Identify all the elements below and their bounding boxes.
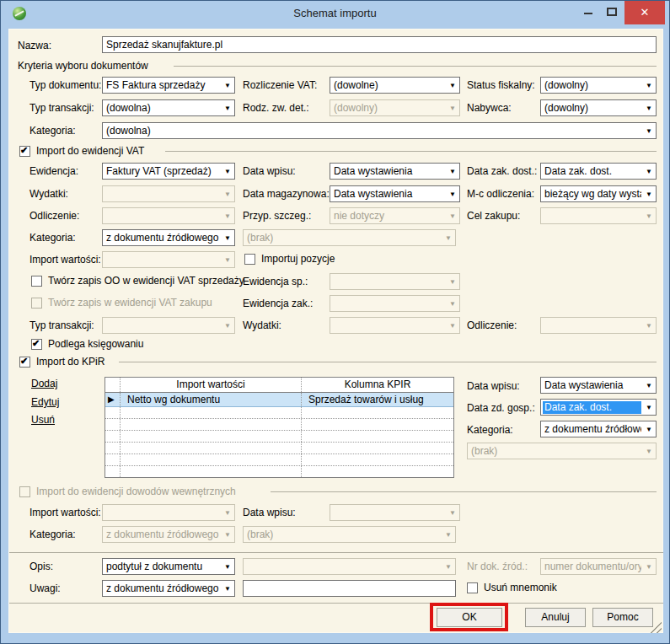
kpir-table-empty-row xyxy=(105,443,453,454)
opis-select[interactable]: podtytuł z dokumentu▼ xyxy=(102,558,235,575)
import-dowody-checkbox: Import do ewidencji dowodów wewnętrznych xyxy=(19,486,236,497)
przyp-szczeg-label: Przyp. szczeg.: xyxy=(243,210,311,222)
section-vat-line xyxy=(165,151,657,152)
uwagi-input[interactable] xyxy=(243,580,456,597)
chevron-down-icon: ▼ xyxy=(646,563,652,571)
kategoria-dw-value: z dokumentu źródłowego xyxy=(106,529,220,541)
opis-label: Opis: xyxy=(29,561,53,572)
chevron-down-icon: ▼ xyxy=(646,127,652,135)
rodz-zw-det-label: Rodz. zw. det.: xyxy=(243,102,309,114)
nazwa-input[interactable]: Sprzedaż skanujfakture.pl xyxy=(102,36,657,53)
opis-value: podtytuł z dokumentu xyxy=(106,561,220,573)
uwagi-select[interactable]: z dokumentu źródłowego▼ xyxy=(102,580,235,597)
dodaj-link[interactable]: Dodaj xyxy=(31,378,57,389)
buttonbar-separator xyxy=(9,603,663,604)
opis-extra-select: ▼ xyxy=(243,558,456,575)
chevron-down-icon: ▼ xyxy=(449,322,456,330)
kpir-table-header: Import wartości Kolumna KPIR xyxy=(105,378,453,393)
kpir-empty-cell xyxy=(121,443,302,453)
ewidencja-label: Ewidencja: xyxy=(29,165,78,177)
kpir-empty-cell xyxy=(302,454,453,465)
przyp-szczeg-value: nie dotyczy xyxy=(334,210,445,223)
data-zd-gosp-select[interactable]: Data zak. dost.▼ xyxy=(540,399,657,416)
check-icon: ✔ xyxy=(32,338,40,349)
dialog-window: Schemat importu ✕ Nazwa: Sprzedaż skanuj… xyxy=(0,0,670,644)
kategoria-vat-value: z dokumentu źródłowego xyxy=(106,232,220,244)
kpir-table-row[interactable]: ▶ Netto wg dokumentu Sprzedaż towarów i … xyxy=(105,393,453,407)
podlega-ksiegowaniu-label: Podlega księgowaniu xyxy=(48,338,143,350)
tworz-oo-checkbox[interactable]: Twórz zapis OO w ewidencji VAT sprzedaży xyxy=(31,275,244,287)
edytuj-link[interactable]: Edytuj xyxy=(31,396,59,408)
usun-link[interactable]: Usuń xyxy=(31,414,55,426)
ewidencja-select[interactable]: Faktury VAT (sprzedaż)▼ xyxy=(102,163,235,180)
chevron-down-icon: ▼ xyxy=(646,404,652,411)
nabywca-label: Nabywca: xyxy=(467,102,512,114)
section-kryteria-line xyxy=(174,66,657,67)
anuluj-button[interactable]: Anuluj xyxy=(525,608,586,627)
kpir-table-empty-row xyxy=(105,407,453,419)
import-kpir-checkbox[interactable]: ✔Import do KPiR xyxy=(19,356,105,368)
kpir-empty-cell xyxy=(302,419,453,430)
import-wartosci-dw-select: ▼ xyxy=(102,504,235,521)
chevron-down-icon: ▼ xyxy=(224,585,231,593)
kategoria-kpir-extra-select: (brak)▼ xyxy=(467,443,657,459)
typ-transakcji-value: (dowolna) xyxy=(106,102,220,115)
kpir-cell-kolumna-kpir: Sprzedaż towarów i usług xyxy=(302,393,453,406)
ewidencja-zak-label: Ewidencja zak.: xyxy=(243,298,313,309)
row-marker-icon: ▶ xyxy=(105,393,121,406)
kpir-empty-cell xyxy=(105,466,121,477)
chevron-down-icon: ▼ xyxy=(224,212,231,220)
chevron-down-icon: ▼ xyxy=(646,105,652,112)
check-icon: ✔ xyxy=(20,356,28,367)
close-button[interactable]: ✕ xyxy=(624,1,665,24)
data-magazynowa-value: Data wystawienia xyxy=(334,188,445,201)
kategoria-kpir-select[interactable]: z dokumentu źródłowego▼ xyxy=(540,421,657,437)
maximize-icon xyxy=(607,8,617,16)
pomoc-button[interactable]: Pomoc xyxy=(592,608,653,627)
chevron-down-icon: ▼ xyxy=(646,322,652,330)
data-magazynowa-select[interactable]: Data wystawienia▼ xyxy=(330,185,460,202)
nazwa-label: Nazwa: xyxy=(18,40,51,51)
importuj-pozycje-checkbox[interactable]: Importuj pozycje xyxy=(244,253,335,265)
chevron-down-icon: ▼ xyxy=(449,105,456,112)
typ-dokumentu-value: FS Faktura sprzedaży xyxy=(106,79,220,92)
typ-dokumentu-select[interactable]: FS Faktura sprzedaży▼ xyxy=(102,77,235,94)
tworz-zakup-label: Twórz zapis w ewidencji VAT zakupu xyxy=(48,297,212,309)
status-fiskalny-select[interactable]: (dowolny)▼ xyxy=(540,77,657,94)
kategoria-vat-select[interactable]: z dokumentu źródłowego▼ xyxy=(102,229,235,246)
chevron-down-icon: ▼ xyxy=(449,212,456,220)
kategoria-vat-label: Kategoria: xyxy=(29,232,76,244)
data-zak-dost-select[interactable]: Data zak. dost.▼ xyxy=(540,163,657,180)
rozliczenie-vat-value: (dowolne) xyxy=(334,79,445,92)
maximize-button[interactable] xyxy=(601,1,623,24)
chevron-down-icon: ▼ xyxy=(224,234,231,242)
section-kryteria-title: Kryteria wyboru dokumentów xyxy=(18,60,148,72)
ok-button[interactable]: OK xyxy=(437,608,502,627)
section-dowody-title: Import do ewidencji dowodów wewnętrznych xyxy=(36,486,236,497)
titlebar[interactable]: Schemat importu ✕ xyxy=(1,1,669,26)
podlega-ksiegowaniu-checkbox[interactable]: ✔Podlega księgowaniu xyxy=(31,338,143,350)
data-magazynowa-label: Data magazynowa: xyxy=(243,188,330,200)
kpir-empty-cell xyxy=(121,466,302,477)
kategoria-dw-label: Kategoria: xyxy=(29,529,76,540)
nabywca-select[interactable]: (dowolny)▼ xyxy=(540,99,657,116)
data-wpisu-kpir-select[interactable]: Data wystawienia▼ xyxy=(540,377,657,394)
kpir-empty-cell xyxy=(302,431,453,442)
chevron-down-icon: ▼ xyxy=(224,256,231,264)
kpir-empty-cell xyxy=(302,407,453,418)
close-icon: ✕ xyxy=(641,6,650,19)
checkbox-box: ✔ xyxy=(19,146,30,157)
import-vat-checkbox[interactable]: ✔Import do ewidencji VAT xyxy=(19,145,144,157)
usun-mnemonik-checkbox[interactable]: Usuń mnemonik xyxy=(467,582,557,593)
rozliczenie-vat-select[interactable]: (dowolne)▼ xyxy=(330,77,460,94)
mc-odliczenia-select[interactable]: bieżący wg daty wystaw▼ xyxy=(540,185,657,202)
kategoria-dok-select[interactable]: (dowolna)▼ xyxy=(102,122,657,139)
typ-transakcji-select[interactable]: (dowolna)▼ xyxy=(102,99,235,116)
data-wpisu-vat-select[interactable]: Data wystawienia▼ xyxy=(330,163,460,180)
odliczenie-vat2-select: ▼ xyxy=(540,317,657,334)
minimize-button[interactable] xyxy=(577,1,599,24)
kpir-empty-cell xyxy=(121,431,302,442)
kpir-header-import-wartosci: Import wartości xyxy=(121,378,302,392)
ewidencja-zak-select: ▼ xyxy=(330,295,460,312)
typ-transakcji-vat-label: Typ transakcji: xyxy=(29,319,94,331)
